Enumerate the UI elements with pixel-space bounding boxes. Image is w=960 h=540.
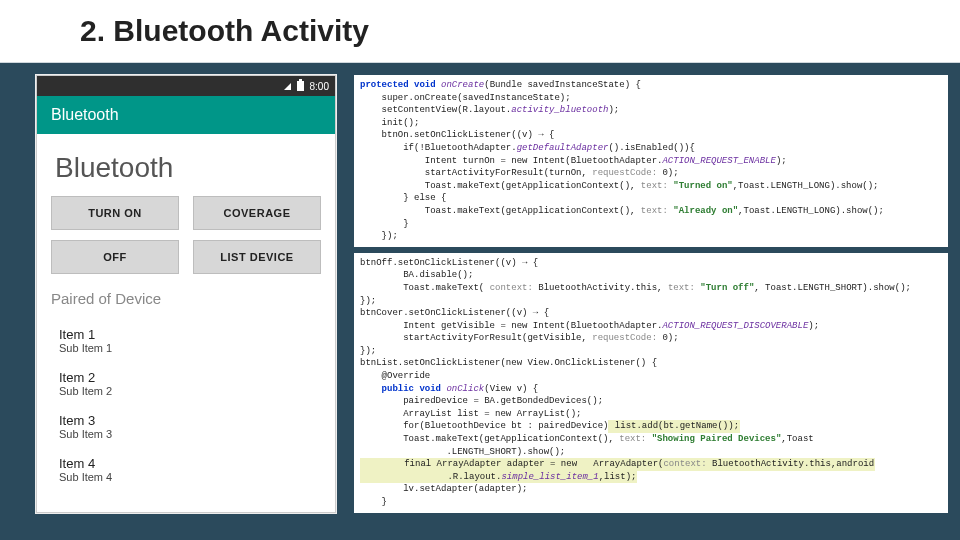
wifi-icon — [284, 83, 291, 90]
slide-footer-bar — [0, 524, 960, 540]
list-item-title: Item 2 — [59, 370, 313, 385]
page-title: Bluetooth — [37, 134, 335, 196]
battery-icon — [297, 81, 304, 91]
list-item[interactable]: Item 2 Sub Item 2 — [37, 362, 335, 405]
off-button[interactable]: OFF — [51, 240, 179, 274]
status-time: 8:00 — [310, 81, 329, 92]
list-item-sub: Sub Item 3 — [59, 428, 313, 440]
list-item[interactable]: Item 4 Sub Item 4 — [37, 448, 335, 491]
turn-on-button[interactable]: TURN ON — [51, 196, 179, 230]
phone-screenshot: 8:00 Bluetooth Bluetooth TURN ON COVERAG… — [36, 75, 336, 513]
paired-header: Paired of Device — [37, 288, 335, 313]
list-item[interactable]: Item 1 Sub Item 1 — [37, 319, 335, 362]
slide-title: 2. Bluetooth Activity — [0, 0, 960, 63]
list-item-sub: Sub Item 1 — [59, 342, 313, 354]
list-item[interactable]: Item 3 Sub Item 3 — [37, 405, 335, 448]
code-block-oncreate: protected void onCreate(Bundle savedInst… — [354, 75, 948, 247]
list-item-sub: Sub Item 2 — [59, 385, 313, 397]
paired-list: Item 1 Sub Item 1 Item 2 Sub Item 2 Item… — [37, 313, 335, 497]
appbar-title: Bluetooth — [37, 96, 335, 134]
list-item-sub: Sub Item 4 — [59, 471, 313, 483]
list-device-button[interactable]: LIST DEVICE — [193, 240, 321, 274]
coverage-button[interactable]: COVERAGE — [193, 196, 321, 230]
list-item-title: Item 3 — [59, 413, 313, 428]
code-block-listeners: btnOff.setOnClickListener((v) → { BA.dis… — [354, 253, 948, 513]
android-statusbar: 8:00 — [37, 76, 335, 96]
list-item-title: Item 1 — [59, 327, 313, 342]
list-item-title: Item 4 — [59, 456, 313, 471]
